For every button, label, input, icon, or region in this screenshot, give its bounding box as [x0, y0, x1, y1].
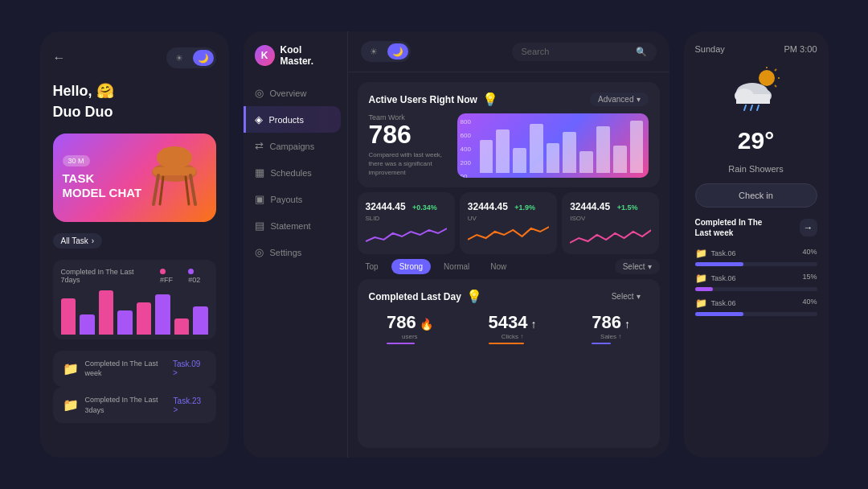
task-item-link[interactable]: Task.09 > [173, 360, 207, 377]
svg-line-3 [154, 175, 158, 204]
task-card[interactable]: 30 M TASKMODEL CHAT [53, 134, 216, 222]
search-icon: 🔍 [636, 47, 647, 57]
au-bar [563, 132, 576, 173]
bar [174, 318, 190, 335]
au-bar [579, 151, 593, 173]
tab-strong[interactable]: Strong [391, 259, 431, 274]
dashboard: K Kool Master. ◎Overview◈Products⇄Campai… [244, 31, 669, 458]
svg-line-16 [744, 105, 746, 110]
au-bar [630, 121, 644, 173]
sidebar-icon: ▤ [255, 220, 264, 232]
metric-card: 32444.45 +1.9% UV [460, 192, 557, 254]
chair-image [142, 142, 207, 214]
sidebar-item-products[interactable]: ◈Products [244, 106, 341, 133]
progress-bar-fill [695, 262, 744, 266]
metric-sparkline [366, 225, 447, 248]
bar [61, 298, 76, 335]
main-theme-toggle: ☀ 🌙 [361, 41, 411, 62]
right-panel: Sunday PM 3:00 29° Rain Showers Check [684, 31, 829, 458]
svg-line-9 [775, 69, 776, 71]
weather-temperature: 29° [695, 127, 817, 154]
metric-label: ISOV [570, 215, 651, 222]
active-count: 786 [369, 121, 449, 147]
advanced-button[interactable]: Advanced ▾ [590, 92, 648, 106]
bar [99, 290, 114, 335]
mobile-theme-toggle: ☀ 🌙 [166, 47, 216, 68]
folder-icon: 📁 [63, 397, 79, 413]
task-progress-list: 📁 Task.06 40% 📁 Task.06 15% 📁 Task.06 40… [695, 248, 817, 316]
tab-normal[interactable]: Normal [436, 259, 477, 274]
svg-line-17 [751, 105, 752, 110]
sidebar-item-settings[interactable]: ◎Settings [244, 239, 341, 265]
tasks-week-title: Completed In TheLast week [695, 217, 763, 238]
tasks-arrow-button[interactable]: → [800, 219, 817, 236]
metric-change: +1.9% [514, 203, 535, 212]
checkin-button[interactable]: Check in [695, 183, 817, 208]
task-item: 📁 Completed In The Last 3days Task.23 > [53, 387, 216, 423]
tab-top[interactable]: Top [358, 259, 387, 274]
sidebar-label: Payouts [271, 195, 303, 204]
au-description: Compared with last week, there was a sig… [369, 150, 449, 178]
sidebar: K Kool Master. ◎Overview◈Products⇄Campai… [244, 31, 348, 458]
mobile-moon-btn[interactable]: 🌙 [193, 50, 214, 66]
mobile-task-list: 📁 Completed In The Last week Task.09 > 📁… [53, 351, 216, 423]
main-sun-btn[interactable]: ☀ [363, 43, 384, 60]
mobile-panel: ← ☀ 🌙 Hello, 🤗 Duo Duo 30 M TASKMODEL CH… [40, 31, 229, 458]
metric-value: 32444.45 [366, 201, 406, 212]
task-item: 📁 Completed In The Last week Task.09 > [53, 351, 216, 387]
active-users-title: Active Users Right Now [369, 94, 477, 105]
sidebar-item-campaigns[interactable]: ⇄Campaigns [244, 133, 341, 159]
completed-select[interactable]: Select ▾ [604, 289, 649, 304]
task-title: TASKMODEL CHAT [63, 171, 142, 200]
sidebar-item-schedules[interactable]: ▦Schedules [244, 159, 341, 186]
all-task-btn[interactable]: All Task › [53, 233, 103, 249]
sidebar-icon: ▦ [255, 166, 264, 179]
comp-bar [489, 343, 525, 344]
au-bar [513, 148, 526, 173]
task-item-link[interactable]: Task.23 > [174, 397, 207, 414]
task-name: Task.06 [711, 274, 736, 282]
sidebar-label: Settings [270, 248, 302, 257]
search-bar[interactable]: Search 🔍 [512, 43, 657, 61]
task-folder-icon: 📁 [695, 298, 707, 309]
comp-bar [387, 343, 415, 344]
sidebar-icon: ◎ [255, 87, 264, 99]
comp-metric: 786↑ Sales ↑ [592, 312, 630, 344]
au-chart: 800 600 400 200 00 [457, 113, 649, 178]
svg-line-6 [186, 177, 189, 204]
sidebar-label: Schedules [271, 168, 312, 178]
completed-bulb: 💡 [466, 289, 482, 304]
task-name: Task.06 [711, 299, 736, 307]
au-bar [613, 146, 627, 173]
sidebar-label: Campaigns [270, 142, 315, 151]
task-pct: 40% [802, 248, 817, 259]
main-moon-btn[interactable]: 🌙 [387, 43, 408, 60]
metric-change: +0.34% [412, 203, 437, 212]
mobile-chart: Completed In The Last 7days #FF #02 [53, 260, 216, 339]
weather-description: Rain Showers [695, 164, 817, 174]
select-button[interactable]: Select ▾ [615, 259, 660, 274]
sidebar-label: Products [269, 115, 304, 125]
comp-value: 786🔥 [387, 312, 433, 333]
task-progress-item: 📁 Task.06 15% [695, 273, 817, 291]
task-progress-item: 📁 Task.06 40% [695, 248, 817, 266]
bar [137, 302, 152, 335]
back-button[interactable]: ← [53, 51, 66, 65]
comp-bar [592, 343, 611, 344]
svg-point-7 [759, 70, 775, 86]
tab-now[interactable]: Now [482, 259, 514, 274]
mobile-header: ← ☀ 🌙 [53, 47, 216, 68]
task-name: Task.06 [711, 249, 736, 257]
sidebar-logo: K Kool Master. [244, 44, 347, 78]
tasks-week-header: Completed In TheLast week → [695, 217, 817, 238]
svg-line-4 [190, 175, 195, 204]
sidebar-item-overview[interactable]: ◎Overview [244, 80, 341, 106]
main-content: ☀ 🌙 Search 🔍 Active Users Right Now 💡 Ad [348, 31, 669, 458]
task-folder-icon: 📁 [695, 273, 707, 284]
bar [80, 314, 95, 335]
sidebar-item-payouts[interactable]: ▣Payouts [244, 186, 341, 212]
mobile-sun-btn[interactable]: ☀ [169, 50, 190, 66]
task-pct: 40% [802, 298, 817, 309]
sidebar-item-statement[interactable]: ▤Statement [244, 212, 341, 239]
metric-card: 32444.45 +1.5% ISOV [562, 192, 659, 254]
